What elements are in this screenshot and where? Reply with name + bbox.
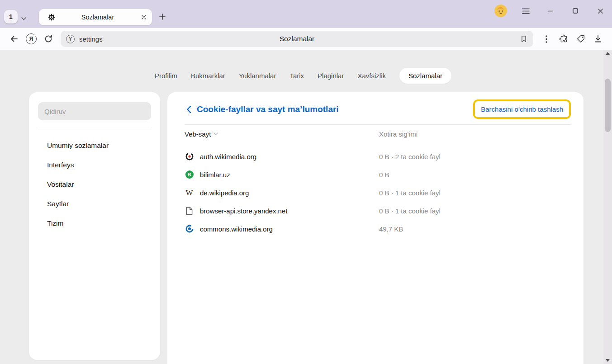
window-minimize-button[interactable] bbox=[544, 5, 557, 17]
wikipedia-w-icon: W bbox=[185, 189, 194, 197]
menu-hamburger-icon[interactable] bbox=[519, 5, 532, 17]
tab-list-chevron-icon[interactable] bbox=[21, 14, 26, 22]
back-chevron-icon[interactable] bbox=[185, 104, 192, 115]
settings-sidebar: Umumiy sozlamalar Interfeys Vositalar Sa… bbox=[29, 92, 160, 360]
site-size: 0 B bbox=[379, 171, 571, 179]
table-header: Veb-sayt Xotira sig‘imi bbox=[185, 125, 571, 143]
scroll-down-arrow-icon[interactable] bbox=[603, 359, 612, 362]
site-badge-icon[interactable]: Y bbox=[66, 35, 75, 43]
delete-all-button[interactable]: Barchasini o‘chirib tashlash bbox=[473, 99, 571, 119]
window-maximize-button[interactable] bbox=[569, 5, 582, 17]
bookmark-icon[interactable] bbox=[520, 35, 528, 43]
panel-header: Cookie-fayllar va sayt ma’lumotlari Barc… bbox=[167, 92, 584, 119]
window-close-button[interactable] bbox=[594, 5, 607, 17]
table-row[interactable]: browser-api.store.yandex.net 0 B · 1 ta … bbox=[185, 202, 571, 220]
gear-icon bbox=[48, 14, 55, 21]
site-data-table: Veb-sayt Xotira sig‘imi auth.wikimedia.o… bbox=[185, 125, 571, 238]
site-domain: de.wikipedia.org bbox=[200, 189, 249, 197]
tab-yuklanmalar[interactable]: Yuklanmalar bbox=[239, 72, 276, 80]
site-column-label: Veb-sayt bbox=[185, 130, 211, 138]
cookies-panel: Cookie-fayllar va sayt ma’lumotlari Barc… bbox=[167, 92, 584, 364]
commons-icon bbox=[185, 224, 194, 233]
table-row[interactable]: W de.wikipedia.org 0 B · 1 ta cookie fay… bbox=[185, 184, 571, 202]
sidebar-item-interfeys[interactable]: Interfeys bbox=[29, 155, 160, 175]
site-domain: browser-api.store.yandex.net bbox=[200, 207, 287, 215]
sidebar-divider bbox=[38, 129, 151, 129]
sidebar-search[interactable] bbox=[38, 102, 151, 120]
url-text: settings bbox=[79, 35, 103, 43]
bilimlar-favicon: B bbox=[185, 170, 194, 179]
tab-sozlamalar[interactable]: Sozlamalar bbox=[399, 68, 451, 84]
scrollbar-thumb[interactable] bbox=[605, 79, 611, 132]
search-input[interactable] bbox=[38, 108, 151, 115]
scroll-up-arrow-icon[interactable] bbox=[603, 52, 612, 55]
yandex-logo-icon: Я bbox=[26, 33, 37, 44]
table-row[interactable]: auth.wikimedia.org 0 B · 2 ta cookie fay… bbox=[185, 147, 571, 165]
site-size: 0 B · 2 ta cookie fayl bbox=[379, 153, 571, 161]
downloads-icon[interactable] bbox=[589, 31, 607, 47]
tab-close-icon[interactable] bbox=[140, 14, 147, 21]
sidebar-item-umumiy-sozlamalar[interactable]: Umumiy sozlamalar bbox=[29, 136, 160, 155]
tab-title: Sozlamalar bbox=[55, 14, 140, 21]
titlebar-controls bbox=[494, 4, 607, 18]
browser-toolbar: Я Y settings Sozlamalar bbox=[0, 28, 612, 50]
site-domain: commons.wikimedia.org bbox=[200, 225, 273, 233]
sort-chevron-icon bbox=[213, 132, 218, 135]
wikimedia-community-icon bbox=[185, 152, 194, 161]
page-title: Cookie-fayllar va sayt ma’lumotlari bbox=[197, 104, 339, 114]
site-size: 49,7 KB bbox=[379, 225, 571, 233]
tab-xavfsizlik[interactable]: Xavfsizlik bbox=[357, 72, 386, 80]
site-size: 0 B · 1 ta cookie fayl bbox=[379, 207, 571, 215]
reload-button[interactable] bbox=[40, 31, 57, 47]
table-row[interactable]: B bilimlar.uz 0 B bbox=[185, 165, 571, 184]
settings-page: Profilim Bukmarklar Yuklanmalar Tarix Pl… bbox=[0, 50, 612, 364]
site-size: 0 B · 1 ta cookie fayl bbox=[379, 189, 571, 197]
address-bar-page-title: Sozlamalar bbox=[280, 35, 315, 43]
site-domain: bilimlar.uz bbox=[200, 171, 230, 179]
new-tab-button[interactable] bbox=[156, 10, 169, 24]
table-row[interactable]: commons.wikimedia.org 49,7 KB bbox=[185, 220, 571, 238]
extensions-puzzle-icon[interactable] bbox=[555, 31, 572, 47]
more-options-icon[interactable] bbox=[538, 31, 555, 47]
column-header-site[interactable]: Veb-sayt bbox=[185, 130, 379, 138]
settings-nav-tabs: Profilim Bukmarklar Yuklanmalar Tarix Pl… bbox=[155, 67, 451, 84]
tab-plaginlar[interactable]: Plaginlar bbox=[318, 72, 344, 80]
back-button[interactable] bbox=[5, 31, 23, 47]
sidebar-item-tizim[interactable]: Tizim bbox=[29, 213, 160, 233]
yandex-home-button[interactable]: Я bbox=[23, 31, 40, 47]
page-scrollbar[interactable] bbox=[603, 50, 612, 364]
offers-tag-icon[interactable] bbox=[572, 31, 589, 47]
tab-profilim[interactable]: Profilim bbox=[155, 72, 177, 80]
sidebar-item-vositalar[interactable]: Vositalar bbox=[29, 175, 160, 194]
tab-bukmarklar[interactable]: Bukmarklar bbox=[191, 72, 225, 80]
profile-avatar[interactable] bbox=[494, 5, 507, 17]
site-domain: auth.wikimedia.org bbox=[200, 153, 256, 161]
document-icon bbox=[185, 207, 194, 215]
sidebar-menu: Umumiy sozlamalar Interfeys Vositalar Sa… bbox=[29, 136, 160, 233]
window-titlebar: 1 Sozlamalar bbox=[0, 0, 612, 28]
column-header-size: Xotira sig‘imi bbox=[379, 130, 571, 138]
browser-tab[interactable]: Sozlamalar bbox=[39, 9, 152, 25]
sidebar-item-saytlar[interactable]: Saytlar bbox=[29, 194, 160, 213]
tab-tarix[interactable]: Tarix bbox=[289, 72, 304, 80]
tab-counter-button[interactable]: 1 bbox=[4, 10, 18, 24]
address-bar[interactable]: Y settings Sozlamalar bbox=[61, 31, 533, 47]
